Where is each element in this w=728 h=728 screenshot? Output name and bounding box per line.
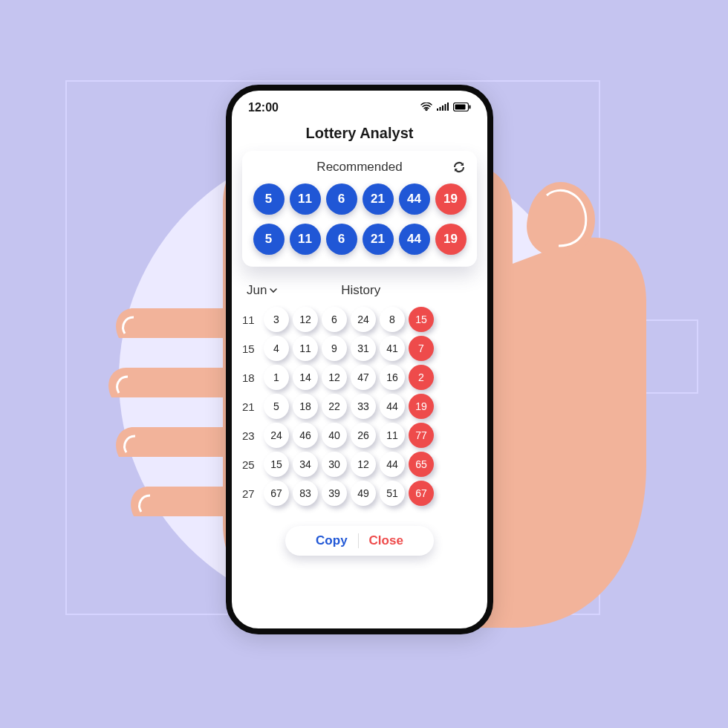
history-bonus-ball[interactable]: 65: [409, 452, 434, 477]
recommended-card: Recommended 51162144195116214419: [242, 151, 477, 267]
history-ball[interactable]: 83: [293, 481, 318, 506]
history-ball[interactable]: 1: [264, 365, 289, 390]
svg-rect-7: [469, 105, 471, 109]
history-row: 11312624815: [242, 307, 477, 332]
number-ball[interactable]: 11: [290, 224, 321, 255]
history-bonus-ball[interactable]: 2: [409, 365, 434, 390]
history-ball[interactable]: 14: [293, 365, 318, 390]
history-ball[interactable]: 12: [322, 365, 347, 390]
history-ball[interactable]: 40: [322, 423, 347, 448]
recommended-row: 5116214419: [250, 224, 469, 255]
history-row: 25153430124465: [242, 452, 477, 477]
svg-rect-3: [445, 104, 446, 111]
svg-rect-4: [447, 103, 449, 111]
history-ball[interactable]: 5: [264, 394, 289, 419]
history-ball[interactable]: 44: [380, 394, 405, 419]
number-ball[interactable]: 21: [363, 183, 394, 215]
wifi-icon: [420, 101, 432, 114]
history-ball[interactable]: 24: [264, 423, 289, 448]
number-ball[interactable]: 44: [399, 224, 430, 255]
history-ball[interactable]: 34: [293, 452, 318, 477]
history-ball[interactable]: 49: [351, 481, 376, 506]
number-ball[interactable]: 6: [326, 224, 357, 255]
row-day: 23: [242, 429, 260, 442]
history-ball[interactable]: 41: [380, 336, 405, 361]
row-day: 27: [242, 487, 260, 500]
history-ball[interactable]: 46: [293, 423, 318, 448]
history-ball[interactable]: 44: [380, 452, 405, 477]
history-ball[interactable]: 30: [322, 452, 347, 477]
history-row: 2151822334419: [242, 394, 477, 419]
history-header: Jun History: [232, 274, 487, 304]
history-ball[interactable]: 3: [264, 307, 289, 332]
number-ball[interactable]: 5: [253, 183, 285, 215]
history-ball[interactable]: 6: [322, 307, 347, 332]
chevron-down-icon: [270, 283, 277, 298]
bonus-ball[interactable]: 19: [435, 183, 467, 215]
history-row: 181141247162: [242, 365, 477, 390]
copy-button[interactable]: Copy: [305, 533, 358, 548]
phone-frame: 12:00 Lottery Analyst Recommended 511621…: [226, 85, 493, 634]
row-day: 18: [242, 371, 260, 384]
history-row: 27678339495167: [242, 481, 477, 506]
svg-rect-6: [455, 105, 466, 110]
number-ball[interactable]: 11: [290, 183, 321, 215]
number-ball[interactable]: 6: [326, 183, 357, 215]
status-bar: 12:00: [232, 91, 487, 119]
row-day: 11: [242, 313, 260, 326]
row-day: 15: [242, 342, 260, 355]
history-ball[interactable]: 22: [322, 394, 347, 419]
recommended-row: 5116214419: [250, 183, 469, 215]
number-ball[interactable]: 44: [399, 183, 430, 215]
status-icons: [420, 101, 471, 114]
history-ball[interactable]: 26: [351, 423, 376, 448]
history-bonus-ball[interactable]: 15: [409, 307, 434, 332]
status-time: 12:00: [248, 101, 279, 114]
history-table: 1131262481515411931417181141247162215182…: [232, 304, 487, 516]
history-ball[interactable]: 11: [293, 336, 318, 361]
history-ball[interactable]: 18: [293, 394, 318, 419]
month-selector[interactable]: Jun: [247, 283, 277, 298]
page-title: Lottery Analyst: [232, 125, 487, 142]
svg-rect-0: [437, 108, 438, 111]
history-row: 23244640261177: [242, 423, 477, 448]
history-ball[interactable]: 12: [293, 307, 318, 332]
history-ball[interactable]: 47: [351, 365, 376, 390]
history-bonus-ball[interactable]: 7: [409, 336, 434, 361]
number-ball[interactable]: 5: [253, 224, 285, 255]
history-ball[interactable]: 12: [351, 452, 376, 477]
history-bonus-ball[interactable]: 67: [409, 481, 434, 506]
history-ball[interactable]: 16: [380, 365, 405, 390]
svg-rect-2: [442, 105, 443, 111]
history-ball[interactable]: 15: [264, 452, 289, 477]
history-ball[interactable]: 11: [380, 423, 405, 448]
number-ball[interactable]: 21: [363, 224, 394, 255]
refresh-icon[interactable]: [452, 160, 467, 175]
history-ball[interactable]: 9: [322, 336, 347, 361]
bonus-ball[interactable]: 19: [435, 224, 467, 255]
row-day: 25: [242, 458, 260, 471]
history-ball[interactable]: 24: [351, 307, 376, 332]
recommended-title: Recommended: [250, 160, 469, 175]
svg-rect-1: [440, 107, 441, 111]
history-ball[interactable]: 4: [264, 336, 289, 361]
battery-icon: [453, 101, 471, 114]
history-ball[interactable]: 51: [380, 481, 405, 506]
history-ball[interactable]: 8: [380, 307, 405, 332]
history-ball[interactable]: 39: [322, 481, 347, 506]
history-title: History: [277, 283, 444, 298]
history-row: 15411931417: [242, 336, 477, 361]
history-bonus-ball[interactable]: 77: [409, 423, 434, 448]
history-ball[interactable]: 67: [264, 481, 289, 506]
signal-icon: [437, 101, 449, 114]
action-bar: Copy Close: [285, 526, 434, 556]
history-ball[interactable]: 33: [351, 394, 376, 419]
history-bonus-ball[interactable]: 19: [409, 394, 434, 419]
history-ball[interactable]: 31: [351, 336, 376, 361]
month-label: Jun: [247, 283, 267, 298]
close-button[interactable]: Close: [359, 533, 414, 548]
row-day: 21: [242, 400, 260, 413]
